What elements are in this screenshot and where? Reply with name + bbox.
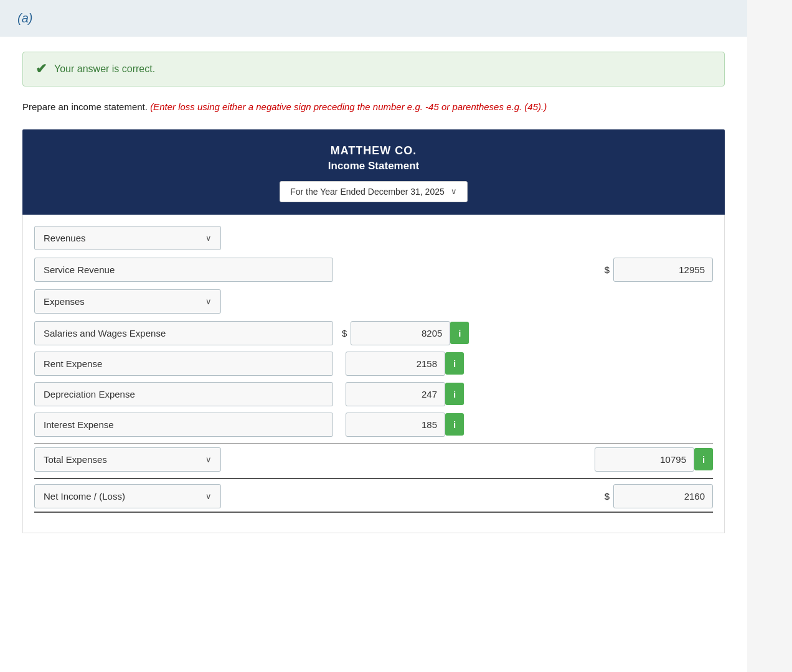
revenues-dropdown-row: Revenues ∨	[34, 226, 713, 250]
net-income-row: Net Income / (Loss) ∨ $ 2160	[34, 478, 713, 513]
expense-label-2: Depreciation Expense	[34, 382, 333, 406]
total-expenses-row: Total Expenses ∨ 10795 i	[34, 443, 713, 472]
expense-rows-container: Salaries and Wages Expense $ 8205 i Rent…	[34, 321, 713, 437]
service-revenue-dollar: $	[605, 264, 610, 275]
total-expenses-dropdown[interactable]: Total Expenses ∨	[34, 447, 221, 472]
company-name: MATTHEW CO.	[35, 144, 712, 157]
expense-info-button-2[interactable]: i	[445, 383, 464, 405]
expense-amount-group-0: 8205 i	[351, 321, 469, 345]
expenses-label: Expenses	[44, 296, 85, 307]
banner-text: Your answer is correct.	[54, 63, 155, 75]
net-income-chevron-icon: ∨	[205, 492, 212, 501]
total-expenses-info-button[interactable]: i	[694, 448, 713, 470]
expense-info-button-1[interactable]: i	[445, 352, 464, 375]
expenses-dropdown[interactable]: Expenses ∨	[34, 289, 221, 314]
section-label: (a)	[17, 11, 32, 25]
expense-row: Salaries and Wages Expense $ 8205 i	[34, 321, 713, 345]
period-dropdown[interactable]: For the Year Ended December 31, 2025 ∨	[280, 181, 468, 202]
correct-banner: ✔ Your answer is correct.	[22, 52, 725, 86]
statement-body: Revenues ∨ Service Revenue $ 12955 Expen…	[22, 215, 725, 533]
expenses-chevron-icon: ∨	[205, 297, 212, 306]
statement-title: Income Statement	[35, 160, 712, 172]
expenses-dropdown-row: Expenses ∨	[34, 289, 713, 314]
service-revenue-amount[interactable]: 12955	[613, 258, 713, 282]
expense-amount-1[interactable]: 2158	[346, 352, 445, 376]
revenues-chevron-icon: ∨	[205, 233, 212, 243]
expense-amount-2[interactable]: 247	[346, 382, 445, 406]
statement-header: MATTHEW CO. Income Statement For the Yea…	[22, 129, 725, 215]
expense-dollar-0: $	[342, 328, 347, 338]
expense-label-1: Rent Expense	[34, 352, 333, 376]
net-income-label: Net Income / (Loss)	[44, 491, 125, 502]
expense-amount-0[interactable]: 8205	[351, 321, 450, 345]
instructions: Prepare an income statement. (Enter loss…	[22, 100, 725, 114]
service-revenue-row: Service Revenue $ 12955	[34, 258, 713, 282]
period-label: For the Year Ended December 31, 2025	[290, 187, 445, 197]
instructions-prefix: Prepare an income statement.	[22, 101, 148, 112]
period-chevron-icon: ∨	[451, 187, 457, 196]
expense-row: Rent Expense 2158 i	[34, 352, 713, 376]
net-income-amount[interactable]: 2160	[613, 484, 713, 508]
expense-amount-3[interactable]: 185	[346, 413, 445, 437]
total-expenses-label: Total Expenses	[44, 454, 107, 465]
expense-info-button-3[interactable]: i	[445, 413, 464, 436]
total-expenses-chevron-icon: ∨	[205, 455, 212, 464]
expense-row: Interest Expense 185 i	[34, 413, 713, 437]
net-income-dropdown[interactable]: Net Income / (Loss) ∨	[34, 484, 221, 508]
expense-amount-group-3: 185 i	[346, 413, 464, 437]
revenues-dropdown[interactable]: Revenues ∨	[34, 226, 221, 250]
expense-info-button-0[interactable]: i	[450, 322, 469, 344]
expense-row: Depreciation Expense 247 i	[34, 382, 713, 406]
service-revenue-field: Service Revenue	[34, 258, 333, 282]
checkmark-icon: ✔	[35, 61, 47, 77]
expense-amount-group-1: 2158 i	[346, 352, 464, 376]
net-income-dollar: $	[605, 491, 610, 502]
expense-label-0: Salaries and Wages Expense	[34, 321, 333, 345]
total-expenses-amount[interactable]: 10795	[595, 447, 694, 472]
revenues-label: Revenues	[44, 233, 86, 243]
expense-label-3: Interest Expense	[34, 413, 333, 437]
instructions-note: (Enter loss using either a negative sign…	[150, 101, 547, 112]
expense-amount-group-2: 247 i	[346, 382, 464, 406]
